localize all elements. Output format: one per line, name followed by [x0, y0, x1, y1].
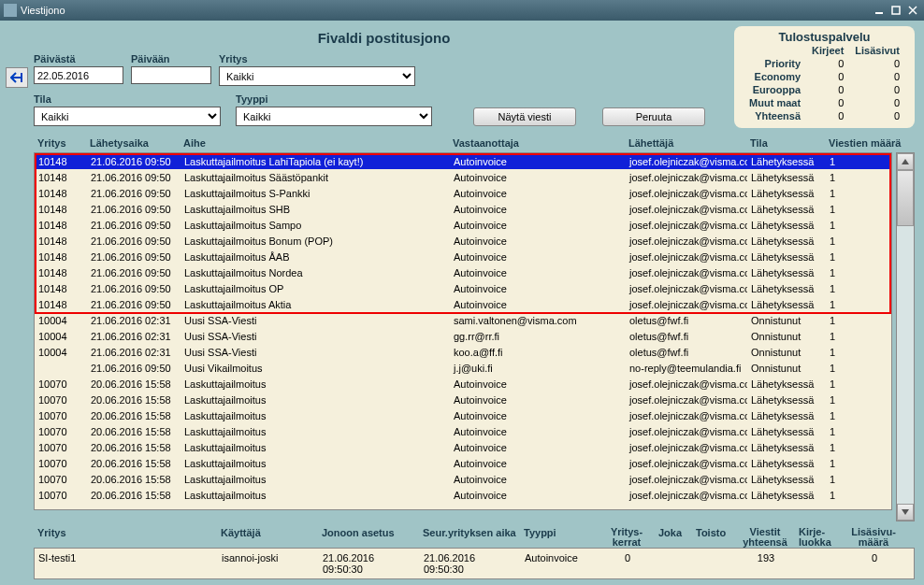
cell-lahettaja: josef.olejniczak@visma.com [626, 442, 747, 453]
back-button[interactable] [6, 67, 28, 88]
detail-row[interactable]: SI-testi1 isannoi-joski 21.06.2016 09:50… [34, 548, 915, 579]
table-row[interactable]: 1014821.06.2016 09:50Laskuttajailmoitus … [35, 249, 891, 264]
table-row[interactable]: 1000421.06.2016 02:31Uusi SSA-Viestikoo.… [35, 344, 891, 360]
paivaan-input[interactable] [131, 66, 211, 84]
cell-aihe: Laskuttajailmoitus [180, 442, 450, 453]
minimize-button[interactable] [872, 4, 887, 17]
cell-maara: 1 [826, 426, 863, 437]
scroll-up-button[interactable] [897, 153, 914, 170]
cell-aika: 21.06.2016 09:50 [87, 299, 180, 310]
cell-aika: 21.06.2016 09:50 [87, 283, 180, 294]
cell-lahettaja: oletus@fwf.fi [626, 331, 747, 342]
app-icon [4, 4, 17, 17]
cell-tila: Lähetyksessä [747, 490, 826, 501]
cell-tila: Lähetyksessä [747, 188, 826, 199]
svg-rect-4 [21, 73, 22, 82]
yritys-select[interactable]: Kaikki [219, 66, 415, 86]
cell-tila: Lähetyksessä [747, 235, 826, 247]
cell-vastaanottaja: koo.a@ff.fi [450, 347, 626, 358]
table-row[interactable]: 1014821.06.2016 09:50Laskuttajailmoitus … [35, 217, 891, 233]
cell-vastaanottaja: Autoinvoice [450, 156, 626, 167]
table-row[interactable]: 1007020.06.2016 15:58LaskuttajailmoitusA… [35, 439, 891, 455]
cell-vastaanottaja: Autoinvoice [450, 267, 626, 278]
cell-yritys: 10148 [35, 251, 87, 263]
cell-aika: 21.06.2016 09:50 [87, 156, 180, 167]
cell-aihe: Laskuttajailmoitus [180, 410, 450, 421]
cell-tila: Lähetyksessä [747, 251, 826, 263]
table-row[interactable]: 1007020.06.2016 15:58LaskuttajailmoitusA… [35, 392, 891, 407]
cell-tila: Onnistunut [747, 363, 826, 374]
detail-seur: 21.06.2016 09:50:30 [420, 552, 521, 575]
cell-yritys: 10004 [35, 315, 87, 326]
cell-yritys: 10004 [35, 331, 87, 342]
table-row[interactable]: 1000421.06.2016 02:31Uusi SSA-Viestigg.r… [35, 328, 891, 344]
table-row[interactable]: 1007020.06.2016 15:58LaskuttajailmoitusA… [35, 407, 891, 423]
cell-lahettaja: josef.olejniczak@visma.com [626, 220, 747, 231]
table-row[interactable]: 1014821.06.2016 09:50Laskuttajailmoitus … [35, 296, 891, 312]
cell-maara: 1 [826, 299, 863, 310]
cell-vastaanottaja: Autoinvoice [450, 458, 626, 469]
cell-vastaanottaja: Autoinvoice [450, 426, 626, 437]
cell-maara: 1 [826, 172, 863, 183]
col-lahettaja: Lähettäjä [625, 137, 746, 149]
scroll-down-button[interactable] [897, 504, 914, 521]
cell-tila: Lähetyksessä [747, 410, 826, 421]
cell-aika: 21.06.2016 02:31 [87, 347, 180, 358]
nayta-viesti-button[interactable]: Näytä viesti [473, 107, 576, 126]
cell-tila: Lähetyksessä [747, 394, 826, 406]
cell-aihe: Laskuttajailmoitus [180, 426, 450, 437]
table-header: Yritys Lähetysaika Aihe Vastaanottaja Lä… [34, 136, 915, 152]
cell-lahettaja: oletus@fwf.fi [626, 315, 747, 326]
tila-select[interactable]: Kaikki [34, 107, 221, 126]
left-toolbar [0, 21, 34, 585]
table-row[interactable]: 1007020.06.2016 15:58LaskuttajailmoitusA… [35, 376, 891, 392]
stats-col-kirjeet: Kirjeet [806, 44, 849, 57]
table-row[interactable]: 1014821.06.2016 09:50Laskuttajailmoitus … [35, 280, 891, 296]
table-row[interactable]: 1007020.06.2016 15:58LaskuttajailmoitusA… [35, 471, 891, 487]
cell-vastaanottaja: j.j@uki.fi [450, 363, 626, 374]
cell-yritys: 10070 [35, 442, 87, 453]
cell-lahettaja: josef.olejniczak@visma.com [626, 204, 747, 215]
vertical-scrollbar[interactable] [896, 152, 915, 521]
scroll-thumb[interactable] [897, 170, 914, 226]
cell-aika: 21.06.2016 09:50 [87, 235, 180, 247]
message-table[interactable]: 1014821.06.2016 09:50Laskuttajailmoitus … [34, 152, 892, 510]
cell-vastaanottaja: Autoinvoice [450, 394, 626, 406]
table-row[interactable]: 1014821.06.2016 09:50Laskuttajailmoitus … [35, 233, 891, 249]
cell-maara: 1 [826, 410, 863, 421]
table-row[interactable]: 1014821.06.2016 09:50Laskuttajailmoitus … [35, 264, 891, 280]
cell-lahettaja: josef.olejniczak@visma.com [626, 267, 747, 278]
cell-aihe: Laskuttajailmoitus OP [180, 283, 450, 294]
yritys-label: Yritys [219, 53, 415, 64]
table-row[interactable]: 1014821.06.2016 09:50Laskuttajailmoitus … [35, 185, 891, 201]
table-row[interactable]: 1014821.06.2016 09:50Laskuttajailmoitus … [35, 153, 891, 169]
col-aihe: Aihe [180, 137, 449, 149]
table-row[interactable]: 1014821.06.2016 09:50Laskuttajailmoitus … [35, 201, 891, 217]
maximize-button[interactable] [888, 4, 903, 17]
detail-kayttaja: isannoi-joski [218, 552, 319, 575]
table-row[interactable]: 1007020.06.2016 15:58LaskuttajailmoitusA… [35, 487, 891, 503]
cell-lahettaja: no-reply@teemulandia.fi [626, 363, 747, 374]
cell-aihe: Uusi Vikailmoitus [180, 363, 450, 374]
peruuta-button[interactable]: Peruuta [602, 107, 705, 126]
cell-lahettaja: josef.olejniczak@visma.com [626, 283, 747, 294]
cell-maara: 1 [826, 315, 863, 326]
table-row[interactable]: 1007020.06.2016 15:58LaskuttajailmoitusA… [35, 423, 891, 439]
col-yritys: Yritys [34, 137, 86, 149]
cell-yritys: 10148 [35, 235, 87, 247]
cell-maara: 1 [826, 204, 863, 215]
cell-yritys: 10004 [35, 347, 87, 358]
cell-vastaanottaja: Autoinvoice [450, 474, 626, 485]
table-row[interactable]: 1000421.06.2016 02:31Uusi SSA-Viestisami… [35, 312, 891, 328]
cell-aihe: Laskuttajailmoitus Bonum (POP) [180, 235, 450, 247]
cell-yritys: 10070 [35, 378, 87, 390]
table-row[interactable]: 1007020.06.2016 15:58LaskuttajailmoitusA… [35, 455, 891, 471]
table-row[interactable]: 21.06.2016 09:50Uusi Vikailmoitusj.j@uki… [35, 360, 891, 376]
cell-maara: 1 [826, 188, 863, 199]
svg-rect-1 [892, 7, 900, 14]
table-row[interactable]: 1014821.06.2016 09:50Laskuttajailmoitus … [35, 169, 891, 185]
tyyppi-select[interactable]: Kaikki [236, 107, 432, 126]
cell-yritys: 10070 [35, 474, 87, 485]
close-button[interactable] [905, 4, 920, 17]
paivasta-input[interactable] [34, 66, 123, 84]
